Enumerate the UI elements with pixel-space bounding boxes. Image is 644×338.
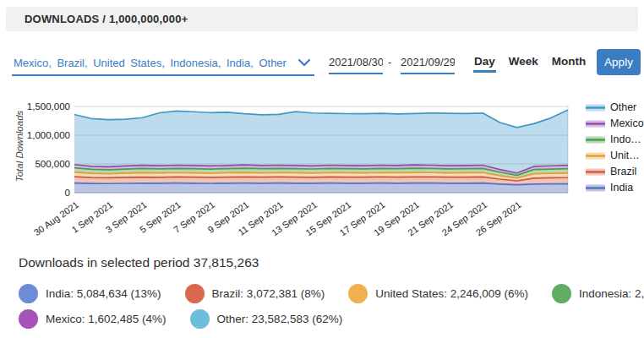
breakdown-text: United States: 2,246,009 (6%) [375, 287, 528, 300]
legend-label: Indo… [610, 134, 641, 145]
y-tick-label: 1,500,000 [27, 101, 70, 112]
y-tick-label: 0 [65, 188, 70, 198]
granularity-week-button[interactable]: Week [508, 53, 539, 73]
granularity-month-button[interactable]: Month [551, 53, 587, 73]
date-to-input[interactable] [401, 51, 455, 74]
breakdown-color-dot [190, 309, 210, 329]
breakdown-text: Other: 23,582,583 (62%) [217, 313, 343, 325]
chart-legend-item-India[interactable]: India [586, 182, 644, 194]
breakdown-text: India: 5,084,634 (13%) [46, 287, 161, 300]
breakdown-item-brazil: Brazil: 3,072,381 (8%) [185, 284, 325, 303]
apply-button[interactable]: Apply [597, 49, 641, 75]
chart-legend-item-Unit[interactable]: Unit… [586, 150, 644, 161]
chart-legend-item-Brazil[interactable]: Brazil [586, 166, 644, 177]
breakdown-item-india: India: 5,084,634 (13%) [19, 284, 161, 303]
legend-swatch-icon [586, 168, 605, 176]
downloads-chart: 0500,0001,000,0001,500,00030 Aug 20211 S… [0, 95, 644, 248]
breakdown-color-dot [348, 284, 368, 303]
legend-swatch-icon [586, 136, 605, 144]
breakdown-color-dot [552, 284, 571, 303]
granularity-day-button[interactable]: Day [473, 53, 496, 73]
chart-legend-item-Indo[interactable]: Indo… [586, 134, 644, 145]
legend-label: India [610, 182, 633, 194]
legend-label: Mexico [610, 117, 644, 129]
page-header: DOWNLOADS / 1,000,000,000+ [6, 7, 638, 31]
chart-legend-item-Other[interactable]: Other [586, 101, 644, 113]
chart-legend-item-Mexico[interactable]: Mexico [586, 117, 644, 129]
legend-label: Unit… [610, 150, 640, 161]
breakdown-color-dot [185, 284, 205, 303]
breakdown-item-mexico: Mexico: 1,602,485 (4%) [19, 309, 166, 329]
legend-label: Other [610, 101, 636, 113]
granularity-toggle: Day Week Month [473, 53, 587, 73]
breakdown-item-other: Other: 23,582,583 (62%) [190, 309, 343, 329]
breakdown-text: Brazil: 3,072,381 (8%) [212, 287, 325, 300]
legend-swatch-icon [586, 152, 605, 160]
legend-swatch-icon [586, 104, 605, 112]
breakdown-text: Mexico: 1,602,485 (4%) [46, 313, 166, 325]
date-from-input[interactable] [329, 51, 383, 74]
legend-label: Brazil [610, 166, 636, 177]
country-multiselect-value: Mexico, Brazil, United States, Indonesia… [14, 57, 287, 69]
breakdown-color-dot [19, 309, 38, 329]
chart-legend: OtherMexicoIndo…Unit…BrazilIndia [586, 101, 644, 194]
breakdown-item-united-states: United States: 2,246,009 (6%) [348, 284, 528, 303]
page-title: DOWNLOADS / 1,000,000,000+ [25, 13, 188, 25]
y-tick-label: 500,000 [35, 159, 70, 169]
legend-swatch-icon [586, 120, 605, 128]
breakdown-legend: India: 5,084,634 (13%)Brazil: 3,072,381 … [19, 284, 627, 329]
summary-label: Downloads in selected period [19, 255, 189, 270]
area-series-India [74, 183, 568, 193]
y-tick-label: 1,000,000 [27, 130, 70, 140]
breakdown-item-indonesia: Indonesia: 2,227,171 (6%) [552, 284, 644, 303]
breakdown-text: Indonesia: 2,227,171 (6%) [579, 287, 644, 300]
date-range-separator: - [388, 56, 391, 68]
country-multiselect[interactable]: Mexico, Brazil, United States, Indonesia… [12, 51, 314, 76]
summary-total: 37,815,263 [194, 255, 259, 270]
breakdown-color-dot [19, 284, 38, 303]
chevron-down-icon [297, 58, 311, 67]
summary-line: Downloads in selected period 37,815,263 [19, 255, 259, 270]
legend-swatch-icon [586, 184, 605, 192]
